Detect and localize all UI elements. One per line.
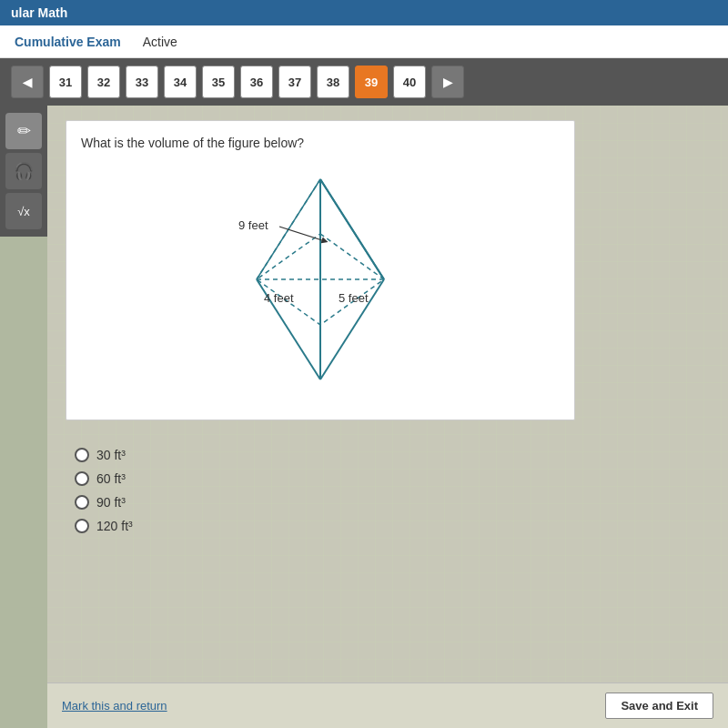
breadcrumb-link[interactable]: Cumulative Exam — [15, 35, 121, 49]
nav-btn-33[interactable]: 33 — [126, 66, 158, 98]
header: Cumulative Exam Active — [0, 25, 728, 58]
nav-btn-34[interactable]: 34 — [164, 66, 197, 98]
nav-btn-31[interactable]: 31 — [49, 66, 82, 98]
top-bar: ular Math — [0, 0, 728, 25]
radio-90[interactable] — [75, 495, 89, 510]
status-badge: Active — [143, 35, 177, 49]
question-text: What is the volume of the figure below? — [81, 136, 560, 150]
save-exit-button[interactable]: Save and Exit — [605, 693, 713, 719]
svg-line-9 — [320, 179, 384, 279]
svg-text:9 feet: 9 feet — [238, 218, 268, 232]
nav-btn-38[interactable]: 38 — [317, 66, 349, 98]
answer-choice-3: 90 ft³ — [75, 495, 710, 510]
sidebar: ✏ 🎧 √x — [0, 106, 47, 237]
nav-btn-32[interactable]: 32 — [87, 66, 120, 98]
radio-30[interactable] — [75, 448, 89, 462]
answer-choice-4: 120 ft³ — [75, 519, 710, 533]
prev-button[interactable]: ◀ — [11, 66, 44, 98]
headphones-icon[interactable]: 🎧 — [5, 153, 42, 189]
nav-btn-35[interactable]: 35 — [202, 66, 235, 98]
formula-icon[interactable]: √x — [5, 193, 42, 229]
svg-text:4 feet: 4 feet — [264, 291, 294, 305]
top-bar-title: ular Math — [11, 5, 67, 20]
nav-btn-37[interactable]: 37 — [278, 66, 311, 98]
question-card: What is the volume of the figure below? — [66, 120, 575, 420]
next-button[interactable]: ▶ — [431, 66, 464, 98]
nav-btn-40[interactable]: 40 — [393, 66, 426, 98]
choice-label-4: 120 ft³ — [96, 519, 133, 533]
nav-btn-39[interactable]: 39 — [355, 66, 388, 98]
main-content: What is the volume of the figure below? — [47, 106, 728, 728]
choice-label-3: 90 ft³ — [96, 495, 126, 510]
radio-120[interactable] — [75, 519, 89, 533]
mark-return-link[interactable]: Mark this and return — [62, 699, 167, 713]
radio-60[interactable] — [75, 471, 89, 486]
svg-text:5 feet: 5 feet — [339, 291, 369, 305]
figure-container: 9 feet 4 feet 5 feet — [184, 161, 457, 398]
nav-btn-36[interactable]: 36 — [240, 66, 273, 98]
bottom-bar: Mark this and return Save and Exit — [47, 682, 728, 728]
nav-toolbar: ◀ 31 32 33 34 35 36 37 38 39 40 ▶ — [0, 58, 728, 106]
answer-choice-2: 60 ft³ — [75, 471, 710, 486]
figure-svg: 9 feet 4 feet 5 feet — [184, 161, 457, 398]
answer-choices: 30 ft³ 60 ft³ 90 ft³ 120 ft³ — [66, 439, 710, 533]
answer-choice-1: 30 ft³ — [75, 448, 710, 462]
choice-label-2: 60 ft³ — [96, 471, 126, 486]
choice-label-1: 30 ft³ — [96, 448, 126, 462]
pencil-icon[interactable]: ✏ — [5, 113, 42, 149]
